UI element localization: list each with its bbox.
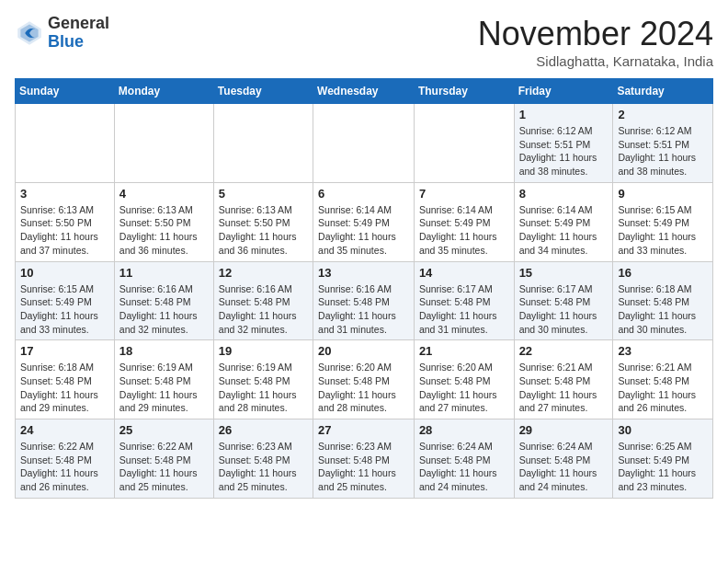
cell-3-0: 17Sunrise: 6:18 AM Sunset: 5:48 PM Dayli… [16, 340, 115, 419]
day-number: 15 [519, 266, 609, 280]
cell-0-2 [213, 104, 313, 183]
days-of-week-row: Sunday Monday Tuesday Wednesday Thursday… [16, 79, 713, 104]
day-number: 4 [119, 187, 209, 201]
day-number: 13 [318, 266, 409, 280]
cell-0-1 [114, 104, 213, 183]
day-info: Sunrise: 6:22 AM Sunset: 5:48 PM Dayligh… [20, 440, 109, 494]
cell-3-3: 20Sunrise: 6:20 AM Sunset: 5:48 PM Dayli… [313, 340, 415, 419]
day-number: 16 [618, 266, 708, 280]
day-number: 25 [119, 423, 209, 437]
cell-4-6: 30Sunrise: 6:25 AM Sunset: 5:49 PM Dayli… [613, 419, 713, 499]
calendar: Sunday Monday Tuesday Wednesday Thursday… [15, 78, 713, 499]
day-info: Sunrise: 6:24 AM Sunset: 5:48 PM Dayligh… [519, 440, 609, 494]
col-sunday: Sunday [16, 79, 115, 104]
cell-1-4: 7Sunrise: 6:14 AM Sunset: 5:49 PM Daylig… [414, 182, 514, 261]
day-number: 1 [519, 108, 609, 121]
logo-blue: Blue [48, 32, 84, 51]
day-number: 26 [219, 423, 308, 437]
cell-2-6: 16Sunrise: 6:18 AM Sunset: 5:48 PM Dayli… [613, 261, 713, 340]
day-info: Sunrise: 6:17 AM Sunset: 5:48 PM Dayligh… [419, 282, 509, 337]
day-info: Sunrise: 6:20 AM Sunset: 5:48 PM Dayligh… [419, 361, 509, 415]
location: Sidlaghatta, Karnataka, India [478, 53, 713, 69]
cell-2-4: 14Sunrise: 6:17 AM Sunset: 5:48 PM Dayli… [414, 261, 514, 340]
cell-1-0: 3Sunrise: 6:13 AM Sunset: 5:50 PM Daylig… [16, 182, 115, 261]
day-info: Sunrise: 6:14 AM Sunset: 5:49 PM Dayligh… [519, 203, 609, 258]
logo-general: General [48, 14, 109, 32]
cell-1-2: 5Sunrise: 6:13 AM Sunset: 5:50 PM Daylig… [213, 182, 313, 261]
day-info: Sunrise: 6:24 AM Sunset: 5:48 PM Dayligh… [419, 440, 509, 494]
day-info: Sunrise: 6:12 AM Sunset: 5:51 PM Dayligh… [618, 124, 708, 178]
week-row-0: 1Sunrise: 6:12 AM Sunset: 5:51 PM Daylig… [16, 104, 713, 183]
day-number: 24 [20, 423, 109, 437]
day-info: Sunrise: 6:16 AM Sunset: 5:48 PM Dayligh… [219, 282, 308, 337]
day-info: Sunrise: 6:21 AM Sunset: 5:48 PM Dayligh… [519, 361, 609, 415]
day-number: 9 [618, 187, 708, 201]
day-number: 11 [119, 266, 209, 280]
day-number: 17 [20, 344, 109, 358]
day-info: Sunrise: 6:23 AM Sunset: 5:48 PM Dayligh… [318, 440, 409, 494]
day-number: 20 [318, 344, 409, 358]
cell-1-6: 9Sunrise: 6:15 AM Sunset: 5:49 PM Daylig… [613, 182, 713, 261]
day-info: Sunrise: 6:13 AM Sunset: 5:50 PM Dayligh… [20, 203, 109, 258]
col-friday: Friday [514, 79, 613, 104]
day-info: Sunrise: 6:18 AM Sunset: 5:48 PM Dayligh… [20, 361, 109, 415]
day-info: Sunrise: 6:18 AM Sunset: 5:48 PM Dayligh… [618, 282, 708, 337]
cell-3-2: 19Sunrise: 6:19 AM Sunset: 5:48 PM Dayli… [213, 340, 313, 419]
day-info: Sunrise: 6:25 AM Sunset: 5:49 PM Dayligh… [618, 440, 708, 494]
day-info: Sunrise: 6:21 AM Sunset: 5:48 PM Dayligh… [618, 361, 708, 415]
cell-4-4: 28Sunrise: 6:24 AM Sunset: 5:48 PM Dayli… [414, 419, 514, 499]
day-number: 27 [318, 423, 409, 437]
logo-icon [15, 18, 44, 48]
col-monday: Monday [114, 79, 213, 104]
col-saturday: Saturday [613, 79, 713, 104]
calendar-header: Sunday Monday Tuesday Wednesday Thursday… [16, 79, 713, 104]
day-number: 23 [618, 344, 708, 358]
cell-3-5: 22Sunrise: 6:21 AM Sunset: 5:48 PM Dayli… [514, 340, 613, 419]
day-info: Sunrise: 6:15 AM Sunset: 5:49 PM Dayligh… [20, 282, 109, 337]
cell-4-1: 25Sunrise: 6:22 AM Sunset: 5:48 PM Dayli… [114, 419, 213, 499]
day-number: 30 [618, 423, 708, 437]
day-info: Sunrise: 6:14 AM Sunset: 5:49 PM Dayligh… [318, 203, 409, 258]
day-info: Sunrise: 6:16 AM Sunset: 5:48 PM Dayligh… [318, 282, 409, 337]
day-number: 5 [219, 187, 308, 201]
cell-0-3 [313, 104, 415, 183]
title-block: November 2024 Sidlaghatta, Karnataka, In… [478, 15, 713, 69]
day-info: Sunrise: 6:23 AM Sunset: 5:48 PM Dayligh… [219, 440, 308, 494]
calendar-body: 1Sunrise: 6:12 AM Sunset: 5:51 PM Daylig… [16, 104, 713, 499]
week-row-1: 3Sunrise: 6:13 AM Sunset: 5:50 PM Daylig… [16, 182, 713, 261]
day-number: 21 [419, 344, 509, 358]
day-number: 19 [219, 344, 308, 358]
cell-4-2: 26Sunrise: 6:23 AM Sunset: 5:48 PM Dayli… [213, 419, 313, 499]
cell-1-1: 4Sunrise: 6:13 AM Sunset: 5:50 PM Daylig… [114, 182, 213, 261]
cell-0-0 [16, 104, 115, 183]
day-number: 12 [219, 266, 308, 280]
day-number: 29 [519, 423, 609, 437]
day-number: 28 [419, 423, 509, 437]
logo-text: General Blue [48, 15, 109, 52]
day-info: Sunrise: 6:19 AM Sunset: 5:48 PM Dayligh… [219, 361, 308, 415]
cell-1-5: 8Sunrise: 6:14 AM Sunset: 5:49 PM Daylig… [514, 182, 613, 261]
week-row-3: 17Sunrise: 6:18 AM Sunset: 5:48 PM Dayli… [16, 340, 713, 419]
cell-4-5: 29Sunrise: 6:24 AM Sunset: 5:48 PM Dayli… [514, 419, 613, 499]
day-number: 2 [618, 108, 708, 121]
cell-2-3: 13Sunrise: 6:16 AM Sunset: 5:48 PM Dayli… [313, 261, 415, 340]
day-info: Sunrise: 6:13 AM Sunset: 5:50 PM Dayligh… [119, 203, 209, 258]
day-info: Sunrise: 6:16 AM Sunset: 5:48 PM Dayligh… [119, 282, 209, 337]
cell-1-3: 6Sunrise: 6:14 AM Sunset: 5:49 PM Daylig… [313, 182, 415, 261]
cell-3-6: 23Sunrise: 6:21 AM Sunset: 5:48 PM Dayli… [613, 340, 713, 419]
cell-0-5: 1Sunrise: 6:12 AM Sunset: 5:51 PM Daylig… [514, 104, 613, 183]
day-number: 7 [419, 187, 509, 201]
col-wednesday: Wednesday [313, 79, 415, 104]
month-title: November 2024 [478, 15, 713, 53]
cell-2-0: 10Sunrise: 6:15 AM Sunset: 5:49 PM Dayli… [16, 261, 115, 340]
cell-3-4: 21Sunrise: 6:20 AM Sunset: 5:48 PM Dayli… [414, 340, 514, 419]
col-thursday: Thursday [414, 79, 514, 104]
week-row-4: 24Sunrise: 6:22 AM Sunset: 5:48 PM Dayli… [16, 419, 713, 499]
day-number: 6 [318, 187, 409, 201]
day-info: Sunrise: 6:12 AM Sunset: 5:51 PM Dayligh… [519, 124, 609, 178]
cell-0-6: 2Sunrise: 6:12 AM Sunset: 5:51 PM Daylig… [613, 104, 713, 183]
day-number: 8 [519, 187, 609, 201]
cell-4-3: 27Sunrise: 6:23 AM Sunset: 5:48 PM Dayli… [313, 419, 415, 499]
day-number: 3 [20, 187, 109, 201]
day-number: 18 [119, 344, 209, 358]
